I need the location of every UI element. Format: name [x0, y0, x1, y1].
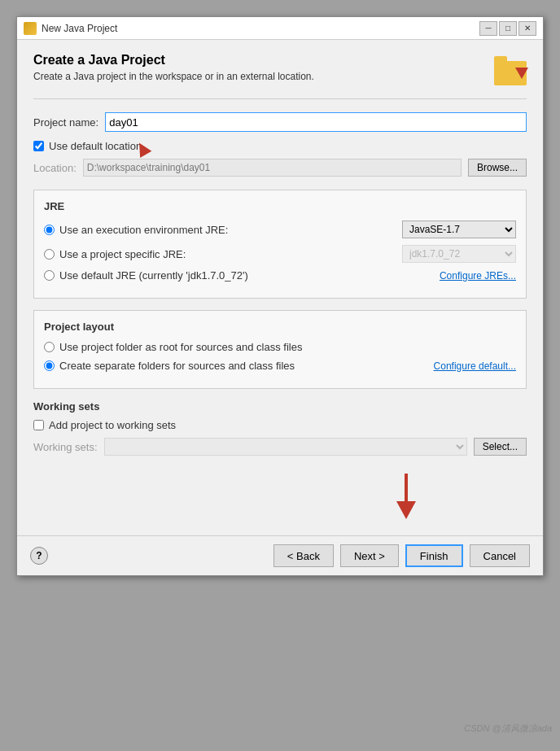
jre-section: JRE Use an execution environment JRE: Ja…: [33, 190, 527, 299]
browse-button[interactable]: Browse...: [468, 159, 527, 177]
page-header-text: Create a Java Project Create a Java proj…: [33, 53, 314, 82]
layout-option2-row: Create separate folders for sources and …: [44, 360, 516, 372]
add-working-sets-label[interactable]: Add project to working sets: [49, 419, 176, 431]
finish-arrow-annotation: [392, 472, 421, 521]
jre-option1-row: Use an execution environment JRE: JavaSE…: [44, 220, 516, 238]
select-working-sets-button[interactable]: Select...: [474, 438, 527, 456]
add-working-sets-checkbox[interactable]: [33, 420, 44, 430]
page-header: Create a Java Project Create a Java proj…: [33, 53, 527, 85]
dialog-content: Create a Java Project Create a Java proj…: [17, 40, 543, 535]
default-location-checkbox[interactable]: [33, 141, 44, 151]
jre-env-dropdown[interactable]: JavaSE-1.7 JavaSE-1.8 JavaSE-11: [402, 220, 516, 238]
jre-option1-label[interactable]: Use an execution environment JRE:: [59, 224, 402, 236]
titlebar: New Java Project ─ □ ✕: [17, 17, 543, 40]
jre-option2-radio[interactable]: [44, 249, 55, 260]
working-sets-dropdown: [104, 438, 467, 456]
help-button[interactable]: ?: [30, 547, 48, 565]
header-divider: [33, 98, 527, 99]
layout-option1-radio[interactable]: [44, 342, 55, 352]
titlebar-left: New Java Project: [24, 22, 117, 35]
layout-option2-radio[interactable]: [44, 360, 55, 371]
csdn-watermark: CSDN @清风微凉ada: [464, 723, 552, 735]
project-name-label: Project name:: [33, 116, 98, 129]
button-bar-left: ?: [30, 547, 48, 565]
add-working-sets-row: Add project to working sets: [33, 419, 527, 431]
jre-specific-dropdown: jdk1.7.0_72: [402, 245, 516, 263]
jre-section-title: JRE: [44, 200, 516, 212]
location-row: Location: Browse...: [33, 159, 527, 177]
jre-option2-row: Use a project specific JRE: jdk1.7.0_72: [44, 245, 516, 263]
default-location-checkbox-row: Use default location: [33, 140, 527, 152]
page-title: Create a Java Project: [33, 53, 314, 68]
location-input[interactable]: [83, 159, 462, 177]
button-bar: ? < Back Next > Finish Cancel: [17, 535, 543, 575]
working-sets-section: Working sets Add project to working sets…: [33, 400, 527, 456]
layout-option1-row: Use project folder as root for sources a…: [44, 341, 516, 353]
next-button[interactable]: Next >: [340, 544, 399, 567]
working-sets-input-row: Working sets: Select...: [33, 438, 527, 456]
button-bar-right: < Back Next > Finish Cancel: [273, 544, 530, 567]
layout-section-title: Project layout: [44, 321, 516, 333]
default-location-label[interactable]: Use default location: [49, 140, 142, 152]
dialog-window: New Java Project ─ □ ✕ Create a Java Pro…: [16, 16, 544, 576]
jre-option1-radio[interactable]: [44, 225, 55, 235]
project-name-row: Project name: ▲: [33, 112, 527, 132]
minimize-button[interactable]: ─: [479, 21, 497, 36]
layout-option2-label[interactable]: Create separate folders for sources and …: [59, 360, 434, 372]
svg-marker-1: [396, 501, 416, 519]
jre-option3-radio[interactable]: [44, 270, 55, 281]
jre-option3-label[interactable]: Use default JRE (currently 'jdk1.7.0_72'…: [59, 269, 440, 282]
working-sets-title: Working sets: [33, 400, 527, 413]
working-sets-label: Working sets:: [33, 441, 98, 453]
window-icon: [24, 22, 37, 35]
page-description: Create a Java project in the workspace o…: [33, 71, 314, 82]
layout-section: Project layout Use project folder as roo…: [33, 310, 527, 389]
arrow-icon: [515, 68, 528, 79]
configure-jres-link[interactable]: Configure JREs...: [440, 270, 516, 282]
finish-button[interactable]: Finish: [405, 544, 463, 567]
location-label: Location:: [33, 162, 77, 174]
project-name-input[interactable]: [105, 112, 527, 132]
jre-option2-label[interactable]: Use a project specific JRE:: [59, 248, 402, 260]
window-title: New Java Project: [42, 23, 117, 34]
close-button[interactable]: ✕: [518, 21, 536, 36]
configure-default-link[interactable]: Configure default...: [434, 360, 516, 372]
titlebar-controls: ─ □ ✕: [479, 21, 536, 36]
maximize-button[interactable]: □: [499, 21, 517, 36]
cancel-button[interactable]: Cancel: [470, 544, 530, 567]
layout-option1-label[interactable]: Use project folder as root for sources a…: [59, 341, 516, 353]
header-icon-area: [486, 53, 527, 85]
jre-option3-row: Use default JRE (currently 'jdk1.7.0_72'…: [44, 269, 516, 282]
back-button[interactable]: < Back: [273, 544, 334, 567]
